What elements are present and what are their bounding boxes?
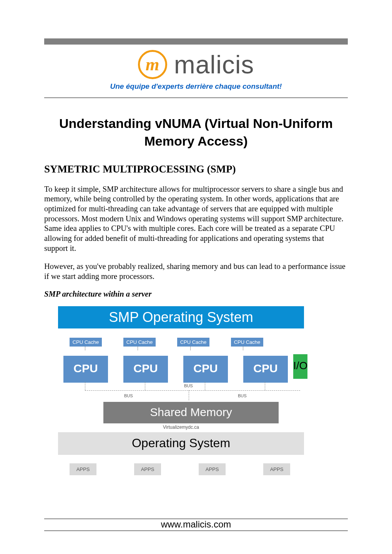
cpu-cache-box: CPU Cache [231, 338, 263, 347]
brand-tagline: Une équipe d'experts derrière chaque con… [44, 82, 348, 91]
footer-divider-bottom [44, 531, 348, 531]
connector-line [190, 347, 191, 350]
cpu-box: CPU [63, 356, 108, 383]
apps-box: APPS [199, 463, 226, 475]
section-heading-smp: SYMETRIC MULTIPROCESSING (SMP) [44, 163, 348, 175]
paragraph-1: To keep it simple, SMP architecture allo… [44, 184, 348, 253]
connector-line [85, 347, 85, 350]
connector-line [243, 347, 243, 350]
document-title: Understanding vNUMA (Virtual Non-Uniform… [44, 115, 348, 150]
brand-logo-letter: m [146, 56, 159, 73]
connector-line [138, 347, 138, 350]
apps-box: APPS [134, 463, 161, 475]
diagram-watermark: Virtualizemydc.ca [58, 425, 304, 430]
cpu-box: CPU [123, 356, 168, 383]
io-box: I/O [293, 354, 307, 379]
header-divider [44, 98, 348, 98]
brand-logo-word: malicis [174, 50, 254, 79]
page-footer: www.malicis.com [44, 519, 348, 531]
brand-logo-mark: m [138, 50, 167, 79]
bus-label: BUS [123, 393, 134, 398]
bus-label: BUS [237, 393, 247, 398]
header-top-bar [44, 38, 348, 45]
cpu-cache-box: CPU Cache [70, 338, 102, 347]
apps-box: APPS [70, 463, 96, 475]
smp-architecture-diagram: SMP Operating System CPU Cache CPU Cache… [58, 306, 304, 475]
brand-header: m malicis Une équipe d'experts derrière … [44, 46, 348, 98]
figure-caption: SMP architecture within a server [44, 290, 348, 299]
apps-box: APPS [263, 463, 290, 475]
cpu-cache-box: CPU Cache [177, 338, 209, 347]
bus-label: BUS [183, 383, 194, 388]
paragraph-2: However, as you've probably realized, sh… [44, 262, 348, 281]
diagram-header: SMP Operating System [58, 306, 304, 328]
cpu-box: CPU [183, 356, 228, 383]
cpu-cache-box: CPU Cache [123, 338, 156, 347]
footer-url: www.malicis.com [44, 519, 348, 531]
shared-memory-box: Shared Memory [103, 402, 279, 423]
operating-system-bar: Operating System [58, 432, 304, 455]
cpu-box: CPU [243, 356, 288, 383]
bus-connectors: BUS BUS BUS [58, 382, 304, 400]
